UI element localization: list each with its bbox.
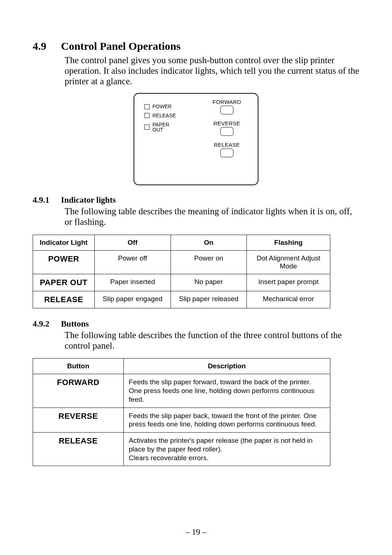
buttons-table: Button Description FORWARD Feeds the sli…: [33, 358, 330, 466]
subsection-title-text: Buttons: [61, 319, 89, 328]
row-header: RELEASE: [33, 433, 124, 466]
led-box-icon: [144, 125, 150, 130]
table-row: REVERSE Feeds the slip paper back, towar…: [33, 408, 330, 433]
indicator-row: RELEASE: [144, 113, 176, 118]
table-row: POWER Power off Power on Dot Alignment A…: [33, 250, 330, 274]
section-number: 4.9: [33, 40, 61, 52]
cell: Slip paper released: [171, 291, 247, 308]
cell: Power on: [171, 250, 247, 274]
panel-figure: POWER RELEASE PAPER OUT FORWARD REVERSE: [33, 93, 359, 187]
button-shape-icon: [220, 127, 233, 136]
intro-paragraph: The control panel gives you some push-bu…: [65, 55, 359, 86]
col-header: Description: [123, 358, 330, 374]
cell: No paper: [171, 274, 247, 291]
led-box-icon: [144, 104, 150, 109]
row-header: PAPER OUT: [33, 274, 95, 291]
cell: Feeds the slip paper back, toward the fr…: [123, 408, 330, 433]
row-header: FORWARD: [33, 374, 124, 408]
table-row: RELEASE Activates the printer's paper re…: [33, 433, 330, 466]
page-number: – 19 –: [0, 527, 392, 537]
panel-button-label: REVERSE: [207, 120, 247, 126]
row-header: REVERSE: [33, 408, 124, 433]
cell: Activates the printer's paper release (t…: [123, 433, 330, 466]
col-header: Off: [94, 235, 171, 250]
subsection-title-text: Indicator lights: [61, 195, 116, 204]
control-panel-diagram: POWER RELEASE PAPER OUT FORWARD REVERSE: [134, 93, 258, 185]
indicator-label: POWER: [152, 104, 172, 109]
cell: Paper inserted: [94, 274, 171, 291]
button-shape-icon: [220, 106, 233, 114]
subsection-title: 4.9.1Indicator lights: [33, 195, 359, 205]
indicator-row: PAPER OUT: [144, 122, 176, 133]
indicator-label: PAPER OUT: [152, 122, 169, 133]
col-header: Indicator Light: [33, 235, 95, 250]
cell: Feeds the slip paper forward, toward the…: [123, 374, 330, 408]
row-header: RELEASE: [33, 291, 95, 308]
subsection-text: The following table describes the meanin…: [65, 206, 359, 227]
table-row: RELEASE Slip paper engaged Slip paper re…: [33, 291, 330, 308]
subsection-title: 4.9.2Buttons: [33, 319, 359, 329]
panel-button-label: RELEASE: [207, 142, 247, 148]
indicator-lights-table: Indicator Light Off On Flashing POWER Po…: [33, 235, 330, 308]
button-shape-icon: [220, 149, 233, 157]
cell: Mechanical error: [247, 291, 330, 308]
cell: Dot Alignment Adjust Mode: [247, 250, 330, 274]
cell: Insert paper prompt: [247, 274, 330, 291]
cell: Power off: [94, 250, 171, 274]
indicator-group: POWER RELEASE PAPER OUT: [144, 104, 176, 136]
table-row: PAPER OUT Paper inserted No paper Insert…: [33, 274, 330, 291]
row-header: POWER: [33, 250, 95, 274]
col-header: Button: [33, 358, 124, 374]
subsection-number: 4.9.1: [33, 195, 61, 205]
page: 4.9Control Panel Operations The control …: [0, 0, 392, 555]
panel-button: REVERSE: [207, 120, 247, 136]
button-group: FORWARD REVERSE RELEASE: [207, 99, 247, 163]
indicator-row: POWER: [144, 104, 176, 109]
col-header: Flashing: [247, 235, 330, 250]
subsection-text: The following table describes the functi…: [65, 330, 359, 351]
panel-button-label: FORWARD: [207, 99, 247, 105]
table-row: FORWARD Feeds the slip paper forward, to…: [33, 374, 330, 408]
indicator-label: RELEASE: [152, 113, 176, 118]
panel-button: RELEASE: [207, 142, 247, 157]
led-box-icon: [144, 113, 150, 118]
section-title: 4.9Control Panel Operations: [33, 40, 359, 52]
section-title-text: Control Panel Operations: [61, 40, 180, 52]
panel-button: FORWARD: [207, 99, 247, 114]
table-header-row: Button Description: [33, 358, 330, 374]
col-header: On: [171, 235, 247, 250]
subsection-number: 4.9.2: [33, 319, 61, 329]
table-header-row: Indicator Light Off On Flashing: [33, 235, 330, 250]
cell: Slip paper engaged: [94, 291, 171, 308]
